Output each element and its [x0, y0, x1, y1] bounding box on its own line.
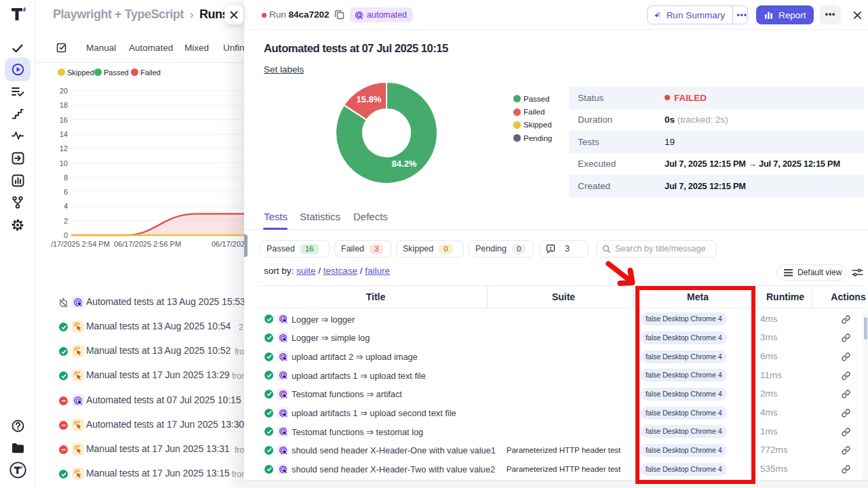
svg-text:10: 10	[60, 159, 68, 167]
svg-text:15.8%: 15.8%	[357, 94, 382, 104]
svg-text:06/17/2025: 06/17/2025	[212, 240, 249, 248]
svg-text:06/17/2025 2:56 PM: 06/17/2025 2:56 PM	[114, 240, 181, 248]
svg-text:84.2%: 84.2%	[392, 159, 417, 169]
svg-text:/17/2025 2:54 PM: /17/2025 2:54 PM	[51, 240, 110, 248]
svg-text:0: 0	[64, 231, 68, 239]
svg-text:18: 18	[60, 101, 68, 109]
svg-text:6: 6	[64, 188, 68, 196]
svg-text:16: 16	[60, 116, 68, 124]
svg-text:8: 8	[64, 174, 68, 182]
svg-text:12: 12	[60, 144, 68, 152]
svg-text:4: 4	[64, 202, 68, 210]
svg-text:14: 14	[60, 130, 68, 138]
svg-text:20: 20	[60, 87, 68, 95]
svg-text:2: 2	[64, 217, 68, 225]
